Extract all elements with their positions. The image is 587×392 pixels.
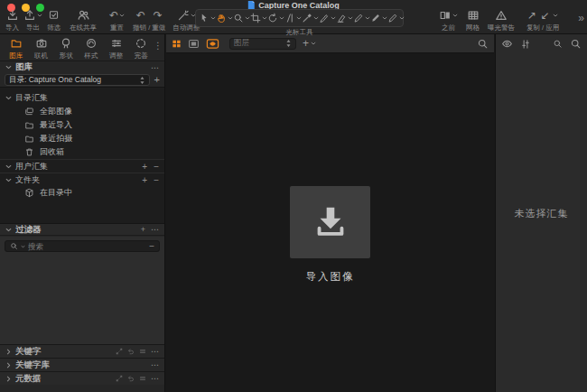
chevron-right-icon — [6, 376, 11, 382]
keywords-more-button[interactable]: ⋯ — [151, 347, 159, 356]
copy-apply-button[interactable]: ↗ ↙ 复制 / 应用 — [526, 9, 559, 33]
grid-button[interactable]: 网格 — [466, 9, 480, 33]
tab-capture[interactable]: 联机 — [29, 37, 54, 61]
sort-sliders-icon[interactable] — [520, 39, 531, 50]
pick-color-tool[interactable] — [302, 13, 319, 23]
chevron-down-icon — [5, 178, 12, 182]
multi-view-icon[interactable] — [172, 39, 182, 49]
copy-settings-icon[interactable] — [116, 375, 123, 382]
exposure-warning-button[interactable]: 曝光警告 — [488, 9, 515, 33]
before-after-button[interactable]: 之前 — [439, 9, 458, 33]
viewer-zoom-icon[interactable] — [477, 38, 489, 50]
add-folder-button[interactable]: + — [142, 175, 147, 185]
hand-icon — [216, 13, 227, 23]
trash-icon — [24, 147, 34, 157]
keyword-library-more-button[interactable]: ⋯ — [151, 360, 159, 369]
chevron-down-icon — [399, 16, 405, 20]
tab-styles[interactable]: 样式 — [79, 37, 104, 61]
tabs-more-button[interactable]: ⋮ — [154, 37, 163, 51]
gradient-mask-tool[interactable] — [370, 13, 387, 23]
add-catalog-button[interactable]: + — [154, 75, 160, 85]
erase-mask-tool[interactable] — [336, 13, 353, 23]
heal-brush-icon — [319, 13, 330, 23]
add-user-collection-button[interactable]: + — [142, 162, 147, 172]
tree-item-in-catalog[interactable]: 在目录中 — [0, 186, 164, 200]
eye-icon[interactable] — [501, 38, 513, 50]
proof-view-icon[interactable] — [206, 37, 219, 51]
loupe-tool[interactable] — [233, 13, 250, 23]
tree-item-trash[interactable]: 回收箱 — [0, 145, 164, 159]
folders-group[interactable]: 文件夹 + − — [0, 173, 164, 186]
add-filter-button[interactable]: + — [141, 225, 145, 234]
remove-user-collection-button[interactable]: − — [154, 162, 159, 172]
titlebar-toolbar: Capture One Catalog 导入 导出 筛选 在线共享 — [0, 0, 587, 34]
cursor-tools-group — [195, 9, 404, 27]
export-button[interactable]: 导出 — [23, 9, 42, 33]
capture-one-window: Capture One Catalog 导入 导出 筛选 在线共享 — [0, 0, 587, 392]
tab-shape[interactable]: 形状 — [53, 37, 79, 61]
viewer-area: 图层 + 导入图像 — [166, 34, 494, 392]
cull-button[interactable]: 筛选 — [47, 9, 61, 33]
draw-mask-tool[interactable] — [353, 13, 370, 23]
collapsed-tools: 关键字 ⋯ 关键字库 ⋯ 元数据 — [0, 344, 164, 385]
filters-panel: − — [0, 237, 164, 344]
filters-more-button[interactable]: ⋯ — [151, 225, 159, 234]
catalog-selector[interactable]: 目录: Capture One Catalog — [5, 74, 150, 86]
viewer-canvas: 导入图像 — [166, 53, 494, 392]
reset-tool-icon[interactable] — [127, 348, 135, 355]
search-input[interactable] — [28, 242, 146, 251]
thin-pen-icon — [387, 13, 398, 23]
heal-tool[interactable] — [319, 13, 336, 23]
tree-item-recent-captures[interactable]: 最近拍摄 — [0, 132, 164, 145]
tool-tabs: 图库 联机 形状 样式 调整 完善 ⋮ — [0, 34, 164, 61]
toolbar-overflow-button[interactable]: » — [578, 12, 584, 24]
keyword-library-section-header[interactable]: 关键字库 ⋯ — [0, 358, 164, 371]
crop-tool[interactable] — [250, 13, 267, 23]
keywords-section-header[interactable]: 关键字 ⋯ — [0, 344, 164, 358]
undo-icon[interactable]: ↶ — [136, 10, 145, 21]
apply-arrow-icon: ↗ — [527, 10, 536, 21]
select-tool[interactable] — [199, 13, 216, 23]
tab-library[interactable]: 图库 — [4, 37, 29, 61]
tree-item-recent-imports[interactable]: 最近导入 — [0, 118, 164, 132]
camera-icon — [35, 37, 48, 50]
search-field[interactable]: − — [5, 240, 160, 252]
import-icon — [6, 9, 19, 22]
metadata-section-header[interactable]: 元数据 ⋯ — [0, 371, 164, 385]
no-collection-text: 未选择汇集 — [496, 34, 587, 392]
filters-section-header[interactable]: 过滤器 + ⋯ — [0, 223, 164, 236]
remove-folder-button[interactable]: − — [154, 175, 159, 185]
layers-dropdown[interactable]: 图层 — [229, 38, 296, 50]
chevron-down-icon — [5, 164, 12, 169]
balloon-icon — [60, 37, 72, 50]
tree-item-all-images[interactable]: 全部图像 — [0, 105, 164, 118]
reset-tool-icon[interactable] — [127, 375, 135, 382]
import-images-button[interactable] — [290, 186, 370, 258]
tab-adjust[interactable]: 调整 — [104, 37, 129, 61]
presets-icon[interactable] — [139, 375, 146, 382]
library-section-header[interactable]: 图库 ⋯ — [0, 61, 164, 73]
chevron-down-icon — [5, 96, 12, 100]
redo-icon[interactable]: ↷ — [154, 10, 163, 21]
browser-search-icon[interactable] — [553, 39, 563, 49]
browser-zoom-icon[interactable] — [570, 38, 582, 50]
reset-button[interactable]: ↶ 重置 — [109, 9, 125, 33]
single-view-icon[interactable] — [188, 38, 200, 50]
user-collections-group[interactable]: 用户汇集 + − — [0, 159, 164, 173]
copy-settings-icon[interactable] — [116, 348, 123, 355]
add-layer-button[interactable]: + — [303, 37, 316, 50]
rotate-icon — [267, 13, 278, 23]
presets-icon[interactable] — [139, 348, 146, 355]
folder-icon — [24, 120, 34, 130]
pan-tool[interactable] — [216, 13, 233, 23]
clear-search-button[interactable]: − — [149, 241, 154, 251]
radial-mask-tool[interactable] — [387, 13, 405, 23]
rotate-tool[interactable] — [267, 13, 284, 23]
catalog-collections-group[interactable]: 目录汇集 — [0, 91, 164, 105]
import-button[interactable]: 导入 — [5, 9, 19, 33]
online-share-button[interactable]: 在线共享 — [70, 9, 97, 33]
keystone-tool[interactable] — [284, 13, 302, 23]
tab-refine[interactable]: 完善 — [128, 37, 154, 61]
library-more-button[interactable]: ⋯ — [151, 63, 159, 72]
metadata-more-button[interactable]: ⋯ — [151, 374, 159, 383]
